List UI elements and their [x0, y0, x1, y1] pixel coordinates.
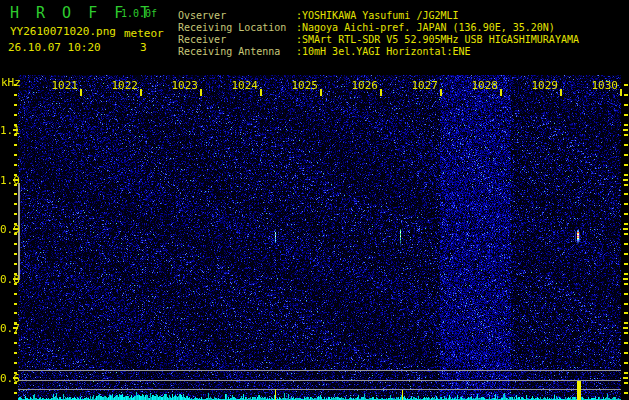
- freq-minor-tick: [14, 94, 17, 96]
- time-tick-label: 1022: [104, 79, 138, 92]
- freq-minor-tick: [14, 134, 17, 136]
- spectrogram-canvas: [18, 75, 621, 400]
- time-tick-label: 1028: [464, 79, 498, 92]
- freq-minor-tick: [14, 392, 17, 394]
- freq-minor-tick: [14, 312, 17, 314]
- freq-minor-tick: [14, 293, 17, 295]
- freq-minor-tick-right: [624, 203, 628, 205]
- freq-major-tick-right: [623, 179, 628, 181]
- freq-minor-tick: [14, 223, 17, 225]
- freq-minor-tick: [14, 372, 17, 374]
- freq-major-tick-right: [623, 377, 628, 379]
- freq-minor-tick-right: [624, 293, 628, 295]
- freq-minor-tick: [14, 273, 17, 275]
- freq-minor-tick: [14, 164, 17, 166]
- freq-minor-tick-right: [624, 372, 628, 374]
- info-value: :10mH 3el.YAGI Horizontal:ENE: [296, 47, 471, 57]
- freq-minor-tick: [14, 154, 17, 156]
- time-tick-label: 1024: [224, 79, 258, 92]
- freq-minor-tick-right: [624, 303, 628, 305]
- time-tick: [620, 89, 622, 96]
- freq-major-tick: [13, 327, 18, 329]
- freq-minor-tick-right: [624, 144, 628, 146]
- freq-minor-tick: [14, 352, 17, 354]
- freq-minor-tick: [14, 203, 17, 205]
- hrofft-window: H R O F F T 1.0.0f YY2610071020.png mete…: [0, 0, 629, 400]
- freq-minor-tick: [14, 322, 17, 324]
- info-value: :SMArt RTL-SDR V5 52.905MHz USB HIGASHIM…: [296, 35, 579, 45]
- mode-label: meteor: [124, 27, 164, 40]
- time-tick-label: 1029: [524, 79, 558, 92]
- freq-minor-tick: [14, 114, 17, 116]
- freq-minor-tick-right: [624, 263, 628, 265]
- output-filename: YY2610071020.png: [10, 25, 116, 38]
- freq-axis-unit: kHz: [1, 76, 21, 89]
- freq-major-tick-right: [623, 129, 628, 131]
- freq-major-tick-right: [623, 327, 628, 329]
- info-label: Receiving Location: [178, 23, 286, 33]
- app-version: 1.0.0f: [121, 8, 157, 19]
- info-label: Receiving Antenna: [178, 47, 280, 57]
- freq-minor-tick: [14, 362, 17, 364]
- info-value: :YOSHIKAWA Yasufumi /JG2MLI: [296, 11, 459, 21]
- freq-minor-tick: [14, 342, 17, 344]
- freq-minor-tick: [14, 213, 17, 215]
- time-tick-label: 1021: [44, 79, 78, 92]
- freq-minor-tick-right: [624, 164, 628, 166]
- time-tick: [560, 89, 562, 96]
- time-tick: [500, 89, 502, 96]
- time-tick: [140, 89, 142, 96]
- freq-minor-tick: [14, 382, 17, 384]
- time-tick: [80, 89, 82, 96]
- freq-minor-tick: [14, 253, 17, 255]
- freq-minor-tick-right: [624, 382, 628, 384]
- freq-minor-tick-right: [624, 193, 628, 195]
- time-tick-label: 1030: [584, 79, 618, 92]
- freq-minor-tick-right: [624, 352, 628, 354]
- freq-minor-tick-right: [624, 134, 628, 136]
- time-tick: [440, 89, 442, 96]
- time-tick: [380, 89, 382, 96]
- freq-minor-tick: [14, 193, 17, 195]
- time-tick: [200, 89, 202, 96]
- freq-major-tick: [13, 377, 18, 379]
- echo-count: 3: [140, 41, 147, 54]
- freq-minor-tick: [14, 144, 17, 146]
- freq-minor-tick-right: [624, 124, 628, 126]
- freq-minor-tick-right: [624, 154, 628, 156]
- freq-minor-tick-right: [624, 104, 628, 106]
- freq-minor-tick: [14, 332, 17, 334]
- freq-major-tick: [13, 228, 18, 230]
- info-label: Receiver: [178, 35, 226, 45]
- freq-minor-tick-right: [624, 342, 628, 344]
- freq-minor-tick-right: [624, 362, 628, 364]
- time-tick-label: 1025: [284, 79, 318, 92]
- freq-minor-tick-right: [624, 184, 628, 186]
- freq-major-tick-right: [623, 278, 628, 280]
- freq-minor-tick-right: [624, 273, 628, 275]
- freq-minor-tick-right: [624, 322, 628, 324]
- freq-major-tick: [13, 179, 18, 181]
- freq-major-tick: [13, 129, 18, 131]
- time-tick: [320, 89, 322, 96]
- freq-minor-tick: [14, 263, 17, 265]
- freq-minor-tick-right: [624, 174, 628, 176]
- info-value: :Nagoya Aichi-pref. JAPAN (136.90E, 35.2…: [296, 23, 555, 33]
- time-tick: [260, 89, 262, 96]
- freq-minor-tick: [14, 104, 17, 106]
- freq-minor-tick-right: [624, 283, 628, 285]
- freq-minor-tick-right: [624, 84, 628, 86]
- observation-datetime: 26.10.07 10:20: [8, 41, 101, 54]
- freq-minor-tick-right: [624, 253, 628, 255]
- time-tick-label: 1026: [344, 79, 378, 92]
- freq-minor-tick: [14, 184, 17, 186]
- freq-minor-tick: [14, 174, 17, 176]
- info-label: Ovserver: [178, 11, 226, 21]
- freq-minor-tick: [14, 84, 17, 86]
- time-tick-label: 1027: [404, 79, 438, 92]
- freq-minor-tick-right: [624, 392, 628, 394]
- freq-minor-tick-right: [624, 312, 628, 314]
- time-tick-label: 1023: [164, 79, 198, 92]
- freq-minor-tick: [14, 303, 17, 305]
- freq-minor-tick: [14, 243, 17, 245]
